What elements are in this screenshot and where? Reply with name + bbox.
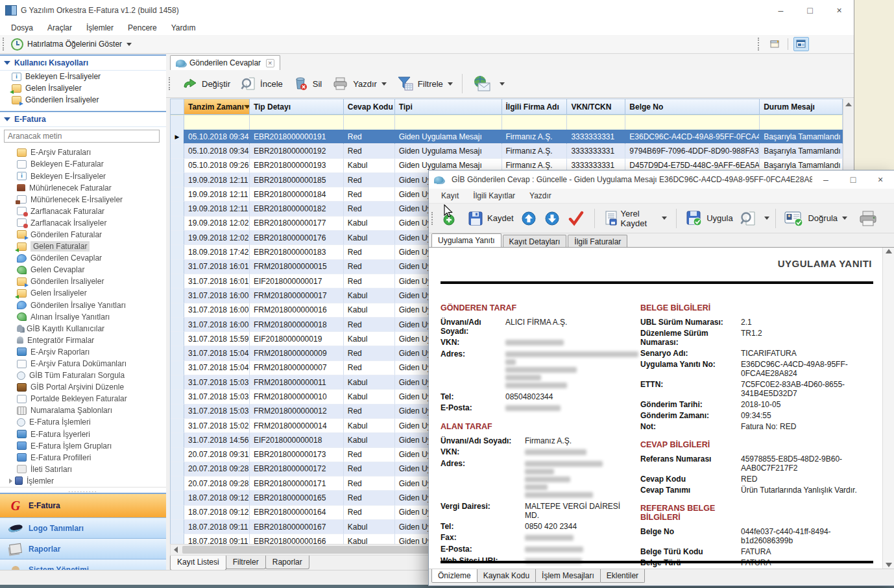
view-tab-Filtreler[interactable]: Filtreler <box>226 556 266 569</box>
dialog-bottom-tab-İşlem Mesajları[interactable]: İşlem Mesajları <box>535 569 601 583</box>
print-button[interactable]: Yazdır <box>327 74 392 93</box>
efatura-panel-header[interactable]: E-Fatura <box>0 111 166 127</box>
sidebar-item-Gelen Faturalar[interactable]: Gelen Faturalar <box>0 241 166 252</box>
minimize-button[interactable]: – <box>766 1 795 21</box>
chevron-down-icon[interactable] <box>500 82 505 86</box>
filter-cell[interactable] <box>760 115 843 130</box>
menu-Pencere[interactable]: Pencere <box>121 22 164 34</box>
column-header-İlgili Firma Adı[interactable]: İlgili Firma Adı <box>502 99 568 114</box>
sidebar-item-Gönderilen Cevaplar[interactable]: Gönderilen Cevaplar <box>0 252 166 264</box>
filter-cell[interactable] <box>395 115 502 130</box>
sidebar-item-Mühürlenecek Faturalar[interactable]: Mühürlenecek Faturalar <box>0 182 166 194</box>
sidebar-item-Zarflanacak İrsaliyeler[interactable]: Zarflanacak İrsaliyeler <box>0 217 166 229</box>
sidebar-item-Bekleyen E-Faturalar[interactable]: Bekleyen E-Faturalar <box>0 158 166 170</box>
sidebar-item-Gönderilen İrsaliye Yanıtları[interactable]: Gönderilen İrsaliye Yanıtları <box>0 300 166 311</box>
filter-cell[interactable] <box>625 115 760 130</box>
verify-button[interactable]: Doğrula <box>779 207 852 229</box>
splitter-handle[interactable]: .......... <box>0 487 166 493</box>
dialog-tab-Kayıt Detayları[interactable]: Kayıt Detayları <box>503 235 567 248</box>
menu-Dosya[interactable]: Dosya <box>4 22 40 34</box>
column-header-Cevap Kodu[interactable]: Cevap Kodu <box>344 99 395 114</box>
sidebar-item-E-Arşiv Faturaları[interactable]: E-Arşiv Faturaları <box>0 147 166 158</box>
sidebar-item-Bekleyen E-İrsaliyeler[interactable]: iBekleyen E-İrsaliyeler <box>0 170 166 182</box>
table-row[interactable]: 05.10.2018 09:34EBR2018000000192RedGiden… <box>171 144 843 158</box>
nav-Raporlar[interactable]: Raporlar <box>0 539 166 559</box>
inspect-button[interactable]: İncele <box>236 74 288 93</box>
chevron-down-icon[interactable] <box>127 43 132 46</box>
dialog-tab-İlgili Faturalar[interactable]: İlgili Faturalar <box>568 235 627 248</box>
sidebar-item-E-Fatura Profilleri[interactable]: E-Fatura Profilleri <box>0 452 166 464</box>
sidebar-item-İşlemler[interactable]: İşlemler <box>0 475 166 487</box>
confirm-button[interactable] <box>566 208 590 229</box>
chevron-down-icon[interactable] <box>842 217 847 220</box>
sidebar-item-İleti Satırları[interactable]: İleti Satırları <box>0 464 166 475</box>
chevron-down-icon[interactable] <box>764 217 769 220</box>
filter-button[interactable]: Filtrele <box>392 73 458 94</box>
sidebar-item-Gönderilen Faturalar[interactable]: Gönderilen Faturalar <box>0 229 166 241</box>
sidebar-shortcut-item[interactable]: Gelen İrsaliyeler <box>0 82 166 94</box>
document-scrollbar[interactable] <box>882 248 894 569</box>
sidebar-item-Entegratör Firmalar[interactable]: Entegratör Firmalar <box>0 335 166 346</box>
sidebar-item-Zarflanacak Faturalar[interactable]: Zarflanacak Faturalar <box>0 206 166 217</box>
local-save-button[interactable]: Yerel Kaydet <box>598 206 672 231</box>
move-down-button[interactable] <box>542 208 566 229</box>
sidebar-shortcut-item[interactable]: Gönderilen İrsaliyeler <box>0 94 166 106</box>
sidebar-item-E-Fatura İşlemleri[interactable]: E-Fatura İşlemleri <box>0 416 166 428</box>
nav-E-Fatura[interactable]: GE-Fatura <box>0 494 166 518</box>
dialog-bottom-tab-Eklentiler[interactable]: Eklentiler <box>600 569 645 583</box>
sidebar-shortcut-item[interactable]: iBekleyen E-İrsaliyeler <box>0 71 166 82</box>
maximize-button[interactable]: □ <box>795 1 825 21</box>
filter-cell[interactable] <box>250 115 344 130</box>
menu-Yardım[interactable]: Yardım <box>164 22 203 34</box>
apply-button[interactable]: Uygula <box>681 207 738 229</box>
tab-close-icon[interactable]: × <box>266 59 274 67</box>
sidebar-item-Numaralama Şablonları[interactable]: Numaralama Şablonları <box>0 405 166 416</box>
dialog-close-button[interactable]: × <box>867 171 894 189</box>
save-button[interactable]: Kaydet <box>463 208 518 229</box>
filter-cell[interactable] <box>184 115 250 130</box>
view-tab-Raporlar[interactable]: Raporlar <box>265 556 309 569</box>
column-header-Belge No[interactable]: Belge No <box>625 99 760 114</box>
new-window-icon[interactable] <box>768 38 782 51</box>
preview-search-button[interactable] <box>738 208 771 229</box>
sidebar-item-Alınan İrsaliye Yanıtları[interactable]: Alınan İrsaliye Yanıtları <box>0 311 166 323</box>
filter-cell[interactable] <box>502 115 568 130</box>
filter-cell[interactable] <box>567 115 625 130</box>
sidebar-item-E-Fatura İşlem Grupları[interactable]: E-Fatura İşlem Grupları <box>0 440 166 452</box>
view-tab-Kayıt Listesi[interactable]: Kayıt Listesi <box>170 556 226 570</box>
sidebar-item-Portalde Bekleyen Faturalar[interactable]: Portalde Bekleyen Faturalar <box>0 393 166 405</box>
modify-button[interactable]: Değiştir <box>177 74 236 93</box>
filter-cell[interactable] <box>171 115 184 130</box>
sidebar-item-E-Arşiv Fatura Dokümanları[interactable]: E-Arşiv Fatura Dokümanları <box>0 358 166 370</box>
chevron-down-icon[interactable] <box>662 217 667 220</box>
sidebar-item-GİB Tüm Faturaları Sorgula[interactable]: GİB Tüm Faturaları Sorgula <box>0 370 166 381</box>
reminder-toggle[interactable]: Hatırlatma Öğelerini Göster <box>27 40 122 49</box>
delete-button[interactable]: Sil <box>288 74 327 93</box>
dialog-bottom-tab-Kaynak Kodu[interactable]: Kaynak Kodu <box>477 569 536 583</box>
dialog-minimize-button[interactable]: – <box>812 171 840 189</box>
table-row[interactable]: ▶05.10.2018 09:34EBR2018000000191RedGide… <box>171 130 843 144</box>
column-header-Tipi[interactable]: Tipi <box>395 99 502 114</box>
dialog-menu-Kayıt[interactable]: Kayıt <box>434 190 466 202</box>
menu-İşlemler[interactable]: İşlemler <box>79 22 121 34</box>
menu-Araçlar[interactable]: Araçlar <box>40 22 79 34</box>
expander-icon[interactable] <box>9 478 12 484</box>
sidebar-item-Mühürlenecek E-İrsaliyeler[interactable]: Mühürlenecek E-İrsaliyeler <box>0 194 166 206</box>
column-header-Tanzim Zamanı[interactable]: Tanzim Zamanı <box>184 99 250 114</box>
chevron-down-icon[interactable] <box>448 82 453 86</box>
sidebar-item-GİB Kayıtlı Kullanıcılar[interactable]: GİB Kayıtlı Kullanıcılar <box>0 323 166 335</box>
sidebar-item-Gelen İrsaliyeler[interactable]: Gelen İrsaliyeler <box>0 287 166 299</box>
shortcuts-panel-header[interactable]: Kullanıcı Kısayolları <box>0 56 166 71</box>
dialog-bottom-tab-Önizleme[interactable]: Önizleme <box>431 569 477 583</box>
dialog-print-button[interactable] <box>852 207 888 229</box>
search-input[interactable] <box>4 130 160 143</box>
close-button[interactable]: × <box>825 1 854 21</box>
send-mail-button[interactable] <box>466 73 510 95</box>
nav-Logo Tanımları[interactable]: Logo Tanımları <box>0 518 166 539</box>
column-header-VKN/TCKN[interactable]: VKN/TCKN <box>567 99 625 114</box>
move-up-button[interactable] <box>519 208 542 229</box>
sidebar-item-E-Fatura İşyerleri[interactable]: E-Fatura İşyerleri <box>0 429 166 440</box>
sidebar-item-Gelen Cevaplar[interactable]: Gelen Cevaplar <box>0 264 166 276</box>
tab-gonderilen-cevaplar[interactable]: Gönderilen Cevaplar × <box>170 55 280 70</box>
sidebar-item-E-Arşiv Raporları[interactable]: E-Arşiv Raporları <box>0 346 166 358</box>
